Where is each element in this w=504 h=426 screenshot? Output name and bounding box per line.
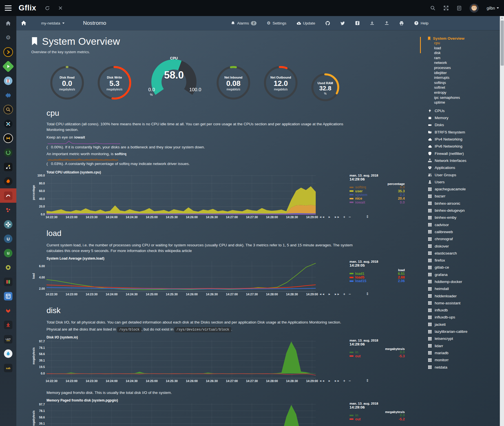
- sidebar-app-netdata[interactable]: [0, 188, 16, 203]
- disk-chart[interactable]: Disk I/O (system.io)megabytes/s14:22:301…: [30, 335, 411, 383]
- legend-row-user[interactable]: user35.3: [350, 189, 405, 193]
- sidebar-item-letsencrypt[interactable]: letsencrypt: [428, 335, 500, 342]
- sidebar-item-softirqs[interactable]: softirqs: [434, 80, 500, 85]
- legend-row-out[interactable]: out-5.3: [350, 354, 405, 358]
- settings-button[interactable]: ⚙ Settings: [267, 21, 286, 26]
- update-button[interactable]: Update: [297, 21, 315, 25]
- gauge-net-inbound[interactable]: Net Inbound0.08megabits/s: [216, 65, 251, 100]
- my-netdata-dropdown[interactable]: my-netdata: [41, 21, 65, 25]
- sidebar-app-airsonic[interactable]: [0, 88, 16, 102]
- load-snapshot-button[interactable]: [384, 21, 389, 25]
- zoom-out-button[interactable]: −: [349, 379, 351, 383]
- sidebar-item-calibreweb[interactable]: calibreweb: [428, 228, 500, 235]
- sidebar-item-load[interactable]: load: [434, 46, 500, 51]
- sidebar-item-entropy[interactable]: entropy: [434, 90, 500, 95]
- forward-button[interactable]: ►►: [334, 293, 340, 296]
- sidebar-app-heimdall[interactable]: [0, 289, 16, 303]
- sidebar-item-home-assistant[interactable]: home-assistant: [428, 300, 500, 307]
- github-link[interactable]: [325, 21, 330, 26]
- sidebar-item-monitorr[interactable]: monitorr: [428, 356, 500, 363]
- legend-row-load15[interactable]: load152.06: [350, 279, 405, 283]
- sidebar-item-cadvisor[interactable]: cadvisor: [428, 221, 500, 228]
- sidebar-item-users[interactable]: Users: [428, 179, 500, 186]
- save-snapshot-button[interactable]: [370, 21, 374, 25]
- gauge-disk-write[interactable]: Disk Write5.3megabytes/s: [97, 65, 132, 100]
- sidebar-app-lazylibrarian[interactable]: LAZY: [0, 332, 16, 346]
- sidebar-item-mariadb[interactable]: mariadb: [428, 349, 500, 356]
- sidebar-app-gitlab[interactable]: [0, 303, 16, 318]
- close-icon[interactable]: [58, 6, 63, 10]
- sidebar-item-idlejitter[interactable]: idlejitter: [434, 70, 500, 75]
- sidebar-item-lidarr[interactable]: lidarr: [428, 342, 500, 349]
- sidebar-item-elasticsearch[interactable]: elasticsearch: [428, 250, 500, 257]
- sidebar-item-influxdb[interactable]: influxdb: [428, 307, 500, 314]
- sidebar-item-applications[interactable]: Applications: [428, 164, 500, 171]
- zoom-out-button[interactable]: −: [349, 292, 351, 296]
- sidebar-item-binhex-delugevpn[interactable]: binhex-delugevpn: [428, 207, 500, 214]
- sidebar-item-disk[interactable]: disk: [434, 50, 500, 55]
- zoom-in-button[interactable]: +: [343, 292, 346, 296]
- sidebar-app-ubooquity[interactable]: U: [0, 231, 16, 246]
- legend-row-load1[interactable]: load16.51: [350, 272, 405, 275]
- legend-row-load5[interactable]: load52.68: [350, 275, 405, 279]
- chart-plot[interactable]: [47, 261, 316, 291]
- sidebar-item-hddtemp-docker[interactable]: hddtemp-docker: [428, 278, 500, 285]
- refresh-icon[interactable]: [45, 6, 50, 11]
- sidebar-app-grafana[interactable]: [0, 174, 16, 188]
- backward-button[interactable]: ◄◄: [319, 293, 325, 296]
- sidebar-app-calibre-web[interactable]: [0, 73, 16, 88]
- sidebar-item-jackett[interactable]: jackett: [428, 321, 500, 328]
- sidebar-item-btrfs-filesystem[interactable]: BTRFS filesystem: [428, 129, 500, 136]
- sidebar-app-uptime-app[interactable]: u: [0, 246, 16, 260]
- sidebar-app-olive-app[interactable]: [0, 260, 16, 275]
- legend-row-iowait[interactable]: iowait0.0: [350, 200, 405, 204]
- legend-row-in[interactable]: in0.0: [350, 351, 405, 354]
- user-avatar[interactable]: [470, 4, 479, 13]
- sidebar-item-disks[interactable]: Disks: [428, 121, 500, 128]
- sidebar-app-guacamole[interactable]: [0, 145, 16, 160]
- sidebar-item-interrupts[interactable]: interrupts: [434, 75, 500, 80]
- sidebar-item-binhex-emby[interactable]: binhex-emby: [428, 214, 500, 221]
- sidebar-app-pills-app[interactable]: [0, 275, 16, 289]
- sidebar-item-memory[interactable]: Memory: [428, 114, 500, 121]
- backward-button[interactable]: ◄◄: [319, 379, 325, 382]
- gauge-disk-read[interactable]: Disk Read0.0megabytes/s: [50, 65, 85, 100]
- hostname[interactable]: Nostromo: [83, 20, 106, 26]
- sidebar-app-plex[interactable]: [0, 45, 16, 59]
- gauge-used-ram[interactable]: Used RAM32.8%: [311, 73, 340, 102]
- twitter-link[interactable]: [340, 21, 345, 26]
- zoom-out-button[interactable]: −: [349, 215, 351, 219]
- search-icon[interactable]: [430, 5, 436, 11]
- legend-row-in[interactable]: in0.0: [350, 414, 405, 417]
- sidebar-item-cpu[interactable]: cpu: [434, 41, 500, 46]
- alarms-button[interactable]: Alarms 2: [231, 21, 257, 25]
- sidebar-item-cpus[interactable]: CPUs: [428, 107, 500, 114]
- sidebar-item-ipv4-networking[interactable]: IPv4 Networking: [428, 136, 500, 143]
- forward-button[interactable]: ►►: [334, 215, 340, 218]
- sidebar-app-sabnzbd[interactable]: sab: [0, 361, 16, 375]
- legend-row-softirq[interactable]: softirq0.0: [350, 186, 405, 189]
- resize-handle[interactable]: ⇕: [366, 378, 369, 383]
- legend-row-out[interactable]: out-5.2: [350, 417, 405, 421]
- scrollbar-thumb[interactable]: [501, 21, 504, 66]
- chart-plot[interactable]: [47, 175, 316, 214]
- sidebar-item-diskover[interactable]: diskover: [428, 242, 500, 249]
- sidebar-item-network[interactable]: network: [434, 60, 500, 65]
- resize-handle[interactable]: ⇕: [366, 215, 369, 219]
- sidebar-item-firefox[interactable]: firefox: [428, 257, 500, 264]
- sidebar-item-grafana[interactable]: grafana: [428, 271, 500, 278]
- sidebar-item-heimdall[interactable]: heimdall: [428, 285, 500, 292]
- sidebar-item-user-groups[interactable]: User Groups: [428, 171, 500, 178]
- facebook-link[interactable]: [355, 21, 360, 25]
- sidebar-app-emby[interactable]: [0, 59, 16, 73]
- play-button[interactable]: ►: [328, 379, 331, 382]
- chart-plot[interactable]: [47, 340, 316, 378]
- play-button[interactable]: ►: [328, 293, 331, 296]
- sidebar-item-influxdb-ups[interactable]: influxdb-ups: [428, 314, 500, 321]
- sidebar-app-water-app[interactable]: [0, 346, 16, 361]
- scrollbar-up-arrow[interactable]: ▲: [500, 17, 504, 19]
- play-button[interactable]: ►: [328, 215, 331, 218]
- sidebar-app-download-app[interactable]: [0, 318, 16, 332]
- sidebar-item-ipc-semaphores[interactable]: ipc semaphores: [434, 95, 500, 100]
- sidebar-item-binhex-airsonic[interactable]: binhex-airsonic: [428, 200, 500, 207]
